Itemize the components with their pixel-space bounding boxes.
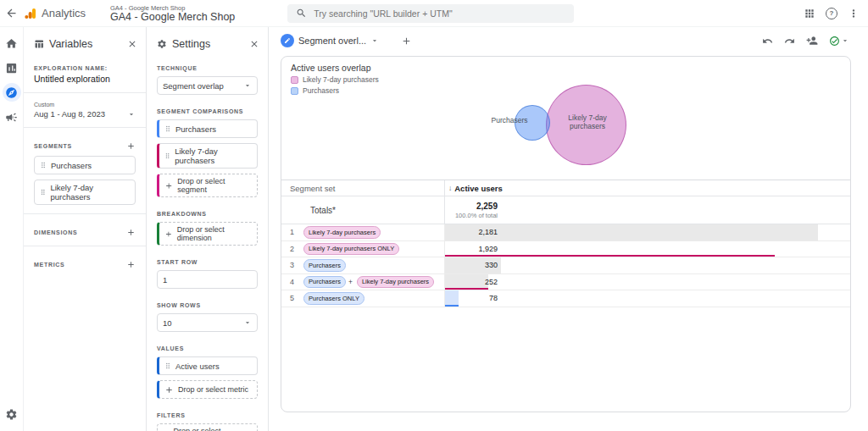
date-range-picker[interactable]: Custom Aug 1 - Aug 8, 2023	[34, 102, 136, 119]
segments-section-label: SEGMENTS	[34, 141, 136, 151]
drop-metric-zone[interactable]: Drop or select metric	[157, 380, 258, 399]
applied-segment-label: Likely 7-day purchasers	[175, 146, 253, 165]
exploration-canvas: Segment overl... Active users overlap	[269, 27, 868, 431]
nav-advertising[interactable]	[3, 108, 21, 126]
segment-item-likely-7-day-purchasers[interactable]: Likely 7-day purchasers	[34, 180, 136, 205]
segment-overlap-tab-icon	[281, 34, 294, 47]
chevron-down-icon	[243, 318, 252, 327]
breakdowns-label: BREAKDOWNS	[157, 211, 258, 217]
back-button[interactable]	[0, 0, 22, 27]
venn-label-likely-7-day-purchasers: Likely 7-day purchasers	[559, 113, 615, 130]
explore-compass-icon	[5, 86, 18, 99]
metrics-section-label: METRICS	[34, 260, 136, 269]
totals-value: 2,259	[476, 202, 498, 211]
drop-dimension-zone[interactable]: Drop or select dimension	[157, 222, 258, 246]
row-value: 1,929	[445, 241, 498, 257]
pencil-icon	[284, 37, 291, 44]
segment-item-label: Likely 7-day purchasers	[50, 183, 131, 202]
table-row[interactable]: 4 Purchasers + Likely 7-day purchasers 2…	[281, 274, 850, 291]
segment-item-purchasers[interactable]: Purchasers	[34, 156, 136, 174]
segment-chip[interactable]: Likely 7-day purchasers ONLY	[303, 243, 399, 256]
search-icon	[296, 8, 307, 19]
segment-chip[interactable]: Likely 7-day purchasers	[357, 276, 434, 289]
search-input[interactable]	[314, 8, 565, 19]
drop-segment-zone[interactable]: Drop or select segment	[157, 174, 258, 197]
row-number: 4	[290, 278, 302, 286]
segment-comparisons-label: SEGMENT COMPARISONS	[157, 108, 258, 114]
table-row[interactable]: 2 Likely 7-day purchasers ONLY 1,929	[281, 241, 850, 258]
active-users-column-header[interactable]: ↓ Active users	[444, 180, 850, 196]
plus-icon	[164, 385, 174, 395]
header-actions: ?	[804, 8, 868, 19]
property-title: GA4 - Google Merch Shop	[110, 12, 235, 23]
redo-button[interactable]	[784, 36, 795, 47]
tab-segment-overlap[interactable]: Segment overl...	[281, 34, 379, 47]
nav-explore[interactable]	[3, 83, 21, 102]
add-dimension-button[interactable]	[126, 228, 136, 237]
applied-metric-active-users[interactable]: Active users	[157, 356, 258, 375]
table-header-row: Segment set ↓ Active users	[281, 180, 850, 196]
technique-select[interactable]: Segment overlap	[157, 76, 258, 95]
add-metric-button[interactable]	[126, 260, 136, 269]
row-number: 3	[290, 261, 302, 269]
search-bar[interactable]	[287, 4, 574, 23]
drag-handle-icon[interactable]	[39, 161, 47, 169]
close-settings-icon[interactable]	[249, 39, 259, 49]
segment-chip[interactable]: Purchasers	[303, 276, 346, 289]
close-variables-icon[interactable]	[127, 39, 137, 49]
undo-button[interactable]	[762, 36, 773, 47]
table-row[interactable]: 1 Likely 7-day purchasers 2,181	[281, 224, 850, 241]
applied-segment-likely-7-day-purchasers[interactable]: Likely 7-day purchasers	[157, 143, 258, 169]
row-value: 330	[445, 257, 498, 274]
start-row-input[interactable]	[163, 275, 252, 285]
applied-segment-purchasers[interactable]: Purchasers	[157, 119, 258, 138]
legend-swatch-blue	[291, 87, 298, 95]
analytics-home-link[interactable]: Analytics	[24, 7, 98, 20]
segment-chip[interactable]: Purchasers ONLY	[303, 292, 364, 305]
share-button[interactable]	[806, 35, 818, 47]
segment-item-label: Purchasers	[51, 161, 92, 170]
show-rows-label: SHOW ROWS	[157, 302, 258, 308]
help-icon[interactable]: ?	[826, 8, 837, 19]
more-vertical-icon[interactable]	[848, 8, 860, 19]
drag-handle-icon[interactable]	[39, 188, 47, 196]
add-tab-button[interactable]	[401, 36, 412, 47]
google-apps-grid-icon[interactable]	[804, 8, 815, 19]
validity-status-button[interactable]	[829, 36, 849, 47]
property-switcher[interactable]: GA4 - Google Merch Shop GA4 - Google Mer…	[110, 4, 235, 23]
divider	[24, 246, 146, 246]
drop-filter-zone[interactable]: Drop or select dimension or metric	[157, 423, 258, 431]
drag-handle-icon[interactable]	[164, 362, 172, 370]
product-name: Analytics	[42, 7, 86, 19]
drop-filter-text: Drop or select dimension or metric	[173, 427, 252, 431]
dimensions-section-label: DIMENSIONS	[34, 228, 136, 237]
chevron-down-icon	[841, 36, 849, 45]
table-row[interactable]: 3 Purchasers 330	[281, 257, 850, 274]
drag-handle-icon[interactable]	[164, 152, 171, 160]
variables-panel: Variables EXPLORATION NAME: Untitled exp…	[24, 27, 147, 431]
segment-table: Segment set ↓ Active users Totals* 2,259…	[281, 180, 850, 307]
drag-handle-icon[interactable]	[164, 124, 172, 133]
plus-icon	[164, 229, 173, 239]
totals-label: Totals*	[281, 196, 444, 224]
totals-row: Totals* 2,259 100.0% of total	[281, 196, 850, 224]
segment-chip[interactable]: Purchasers	[303, 259, 346, 272]
back-arrow-icon	[5, 7, 18, 19]
exploration-name-value[interactable]: Untitled exploration	[34, 74, 136, 84]
show-rows-select[interactable]: 10	[157, 313, 258, 332]
table-row[interactable]: 5 Purchasers ONLY 78	[281, 290, 850, 307]
person-add-icon	[806, 35, 818, 47]
nav-admin[interactable]	[3, 405, 21, 423]
row-number: 2	[290, 245, 302, 253]
gear-icon	[5, 408, 18, 421]
filters-label: FILTERS	[157, 412, 258, 418]
variables-panel-icon	[34, 39, 44, 49]
nav-reports[interactable]	[3, 58, 21, 77]
add-segment-button[interactable]	[126, 141, 136, 151]
segment-chip[interactable]: Likely 7-day purchasers	[303, 226, 381, 239]
totals-share: 100.0% of total	[455, 212, 498, 219]
drop-segment-text: Drop or select segment	[177, 177, 252, 194]
intersection-plus: +	[348, 278, 353, 286]
nav-home[interactable]	[3, 34, 21, 52]
chevron-down-icon	[127, 110, 136, 119]
